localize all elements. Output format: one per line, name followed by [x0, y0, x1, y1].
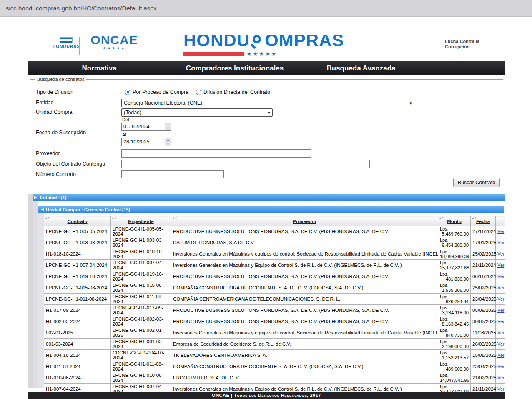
ver-link[interactable]: Ver: [497, 263, 504, 268]
table-row: 002-01-2025LPCNE-GC-H1-002-01-2025Invers…: [44, 327, 505, 339]
radio-por-proceso[interactable]: [125, 90, 130, 95]
ver-link[interactable]: Ver: [497, 240, 504, 245]
fecha-cell: 27/11/2024: [471, 226, 496, 237]
url-bar[interactable]: sicc.honducompras.gob.hn/HC/Contratos/De…: [0, 0, 532, 17]
ver-link[interactable]: Ver: [497, 330, 504, 335]
proveedor-cell: PRODUCTIVE BUSINESS SOLUTIONS HONDURAS, …: [171, 226, 438, 237]
column-header-monto[interactable]: ▲▼ Monto: [438, 216, 471, 226]
contrato-cell: 001-03-2024: [44, 339, 111, 350]
sort-icons[interactable]: ▲▼: [439, 217, 444, 219]
search-fieldset: Busqueda de contratos Tipo de Difusión P…: [30, 79, 503, 188]
expediente-cell: CDCNE-GC-H1-004-10-2024: [111, 350, 171, 361]
monto-cell: Lps.626,294.64: [438, 294, 471, 305]
ver-link[interactable]: Ver: [497, 386, 504, 391]
column-link-fecha[interactable]: Fecha: [476, 219, 490, 224]
entidad-group-label: Entidad : (1): [40, 195, 67, 200]
spinner-down-icon[interactable]: ▼: [165, 142, 171, 146]
proveedor-cell: PRODUCTIVE BUSINESS SOLUTIONS HONDURAS, …: [171, 316, 438, 327]
entidad-select-value: Consejo Nacional Electoral (CNE): [122, 100, 407, 106]
unidad-compra-select[interactable]: (Todas) ▾: [121, 108, 273, 117]
fecha-cell: 26/03/2025: [471, 339, 496, 350]
monto-cell: Lps.25,177,821.88: [438, 260, 471, 271]
proveedor-input[interactable]: [121, 149, 311, 158]
contrato-cell: H1-011-08-2024: [44, 361, 111, 372]
ver-link[interactable]: Ver: [497, 229, 504, 234]
ver-link[interactable]: Ver: [497, 274, 504, 279]
monto-cell: Lps.1,153,213.57: [438, 350, 471, 361]
fecha-al-value: 28/10/2025: [122, 138, 165, 146]
ver-link[interactable]: Ver: [497, 285, 504, 290]
ver-cell: Ver: [496, 350, 505, 361]
fecha-al-field[interactable]: 28/10/2025 ▲ ▼: [121, 138, 171, 146]
column-header-expediente[interactable]: ▲▼ Expediente: [111, 216, 171, 226]
entidad-select[interactable]: Consejo Nacional Electoral (CNE) ▾: [121, 99, 414, 107]
monto-cell: Lps.8,163,842.45: [438, 316, 471, 327]
group-indent: [38, 213, 44, 388]
buscar-contrato-button[interactable]: Buscar Contrato: [453, 178, 500, 187]
date-spinner[interactable]: ▲ ▼: [165, 123, 171, 130]
table-row: LPCNE-GC-H1-019-10-2024LPCNE-GC-H1-019-1…: [44, 271, 505, 282]
column-header-proveedor[interactable]: ▲▼ Proveedor: [171, 216, 438, 226]
table-row: H1-011-08-2024LPCNE-GC-H1-011-08-2024COM…: [44, 361, 505, 372]
nav-item-compradores[interactable]: Compradores Institucionales: [186, 61, 284, 75]
oncae-logo: ONCAE ★★★★★: [83, 35, 146, 50]
expediente-cell: LPCNE-GC-H1-007-04-2024: [111, 260, 171, 271]
search-form: Busqueda de contratos Tipo de Difusión P…: [28, 76, 505, 191]
ver-cell: Ver: [496, 237, 505, 248]
collapse-icon[interactable]: [34, 196, 38, 199]
collapse-icon[interactable]: [40, 208, 44, 211]
fecha-cell: 25/02/2025: [471, 248, 496, 260]
spinner-down-icon[interactable]: ▼: [165, 127, 171, 130]
sort-icons[interactable]: ▲▼: [472, 217, 477, 219]
group-indent: [33, 201, 38, 388]
contrato-cell: H1-017-09-2024: [44, 305, 111, 316]
column-header-contrato[interactable]: ▲▼ Contrato: [44, 216, 111, 226]
ver-link[interactable]: Ver: [497, 251, 504, 256]
proveedor-cell: COMPAÑIA CONSTRUCTORA DE OCCIDENTE S. A.…: [171, 282, 438, 294]
contrato-cell: 002-01-2025: [44, 327, 111, 339]
nav-item-busqueda-avanzada[interactable]: Busqueda Avanzada: [326, 61, 395, 75]
fecha-cell: 23/04/2025: [471, 294, 496, 305]
column-header-fecha[interactable]: ▲▼ Fecha: [471, 216, 496, 226]
fecha-cell: 11/03/2025: [471, 327, 496, 339]
expediente-cell: LPCNE-GC-H1-019-10-2024: [111, 271, 171, 282]
monto-cell: Lps.489,600.00: [438, 361, 471, 372]
numero-contrato-input[interactable]: [121, 170, 224, 178]
spinner-up-icon[interactable]: ▲: [165, 123, 171, 127]
ver-cell: Ver: [496, 226, 505, 237]
ver-link[interactable]: Ver: [497, 319, 504, 324]
monto-cell: Lps.5,489,760.00: [438, 226, 471, 237]
unidad-compra-label: Unidad Compra: [36, 109, 73, 115]
unidad-group-label: Unidad Compra : Gerencia Central (15): [46, 207, 130, 212]
ver-link[interactable]: Ver: [497, 375, 504, 380]
ver-link[interactable]: Ver: [497, 296, 504, 301]
column-link-expediente[interactable]: Expediente: [128, 219, 153, 224]
sort-icons[interactable]: ▲▼: [172, 217, 177, 219]
ver-link[interactable]: Ver: [497, 341, 504, 346]
column-link-monto[interactable]: Monto: [447, 219, 461, 224]
radio-difusion-directa[interactable]: [196, 90, 201, 95]
honduras-flag-icon: [60, 37, 73, 43]
contrato-cell: LPCNE-GC-H1-019-10-2024: [44, 271, 111, 282]
column-link-proveedor[interactable]: Proveedor: [293, 219, 316, 224]
expediente-cell: LPCNE-GC-H1-017-09-2024: [111, 305, 171, 316]
objeto-contrato-input[interactable]: [121, 160, 370, 168]
brand-red-bar: [183, 52, 244, 56]
monto-cell: Lps.1,535,306.00: [438, 282, 471, 294]
date-spinner[interactable]: ▲ ▼: [165, 138, 171, 146]
column-link-contrato[interactable]: Contrato: [68, 219, 88, 224]
fecha-cell: 17/01/2025: [471, 237, 496, 248]
ver-link[interactable]: Ver: [497, 308, 504, 313]
ver-cell: Ver: [496, 271, 505, 282]
expediente-cell: LPCNE-GC-H1-001-03-2024: [111, 339, 171, 350]
nav-item-normativa[interactable]: Normativa: [82, 61, 116, 75]
group-indent: [28, 194, 33, 388]
spinner-up-icon[interactable]: ▲: [165, 138, 171, 142]
objeto-contrato-label: Objeto del Contrato Contenga: [36, 161, 105, 167]
table-row: H1-018-10-2024LPCNE-GC-H1-018-10-2024Inv…: [44, 248, 505, 260]
sort-icons[interactable]: ▲▼: [112, 217, 117, 219]
sort-icons[interactable]: ▲▼: [45, 217, 50, 219]
fecha-del-field[interactable]: 01/10/2024 ▲ ▼: [121, 123, 171, 131]
ver-link[interactable]: Ver: [497, 364, 504, 369]
ver-link[interactable]: Ver: [497, 353, 504, 358]
